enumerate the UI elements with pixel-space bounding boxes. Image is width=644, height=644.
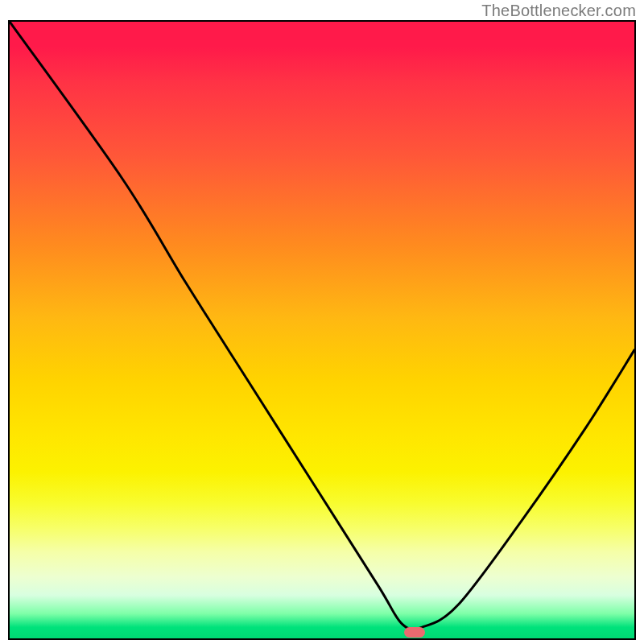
attribution-text: TheBottlenecker.com bbox=[481, 2, 636, 20]
optimal-point-marker bbox=[404, 627, 425, 638]
bottleneck-curve-path bbox=[10, 22, 634, 630]
chart-frame bbox=[8, 20, 636, 640]
bottleneck-curve-svg bbox=[10, 22, 634, 638]
